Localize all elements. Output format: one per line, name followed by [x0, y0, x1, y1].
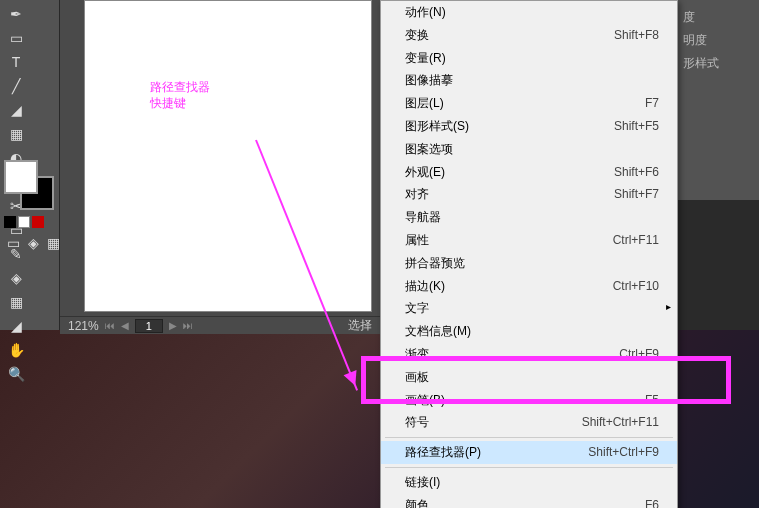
tool-grid[interactable]: ▦ — [3, 123, 29, 145]
toolbox: ✒ ▭ T ╱ ◢ ▦ ◐ ▤ ✂ ▭ ✎ ◈ ▦ ◢ ✋ 🔍 ▭ ◈ ▦ — [0, 0, 60, 330]
menu-item-shortcut: Shift+F8 — [614, 27, 659, 44]
menu-item-label: 描边(K) — [405, 278, 445, 295]
tool-shape[interactable]: ◢ — [3, 99, 29, 121]
menu-item[interactable]: 文档信息(M) — [381, 320, 677, 343]
menu-item[interactable]: 外观(E)Shift+F6 — [381, 161, 677, 184]
menu-item[interactable]: 图像描摹 — [381, 69, 677, 92]
menu-item[interactable]: 颜色F6 — [381, 494, 677, 508]
menu-item[interactable]: 文字 — [381, 297, 677, 320]
annotation-line1: 路径查找器 — [150, 80, 210, 96]
panel-item[interactable]: 明度 — [681, 29, 755, 52]
screen-mode-icon-3[interactable]: ▦ — [45, 235, 61, 251]
tool-zoom[interactable]: 🔍 — [3, 363, 29, 385]
screen-mode-icon-2[interactable]: ◈ — [25, 235, 41, 251]
tool-graph[interactable]: ▦ — [3, 291, 29, 313]
menu-item-label: 外观(E) — [405, 164, 445, 181]
annotation-line2: 快捷键 — [150, 96, 210, 112]
menu-item-label: 属性 — [405, 232, 429, 249]
menu-item[interactable]: 描边(K)Ctrl+F10 — [381, 275, 677, 298]
menu-item[interactable]: 渐变Ctrl+F9 — [381, 343, 677, 366]
menu-item-label: 图像描摹 — [405, 72, 453, 89]
menu-item[interactable]: 路径查找器(P)Shift+Ctrl+F9 — [381, 441, 677, 464]
tool-pen[interactable]: ✒ — [3, 3, 29, 25]
menu-item[interactable]: 导航器 — [381, 206, 677, 229]
menu-item-shortcut: Ctrl+F10 — [613, 278, 659, 295]
menu-item[interactable]: 符号Shift+Ctrl+F11 — [381, 411, 677, 434]
menu-item-label: 链接(I) — [405, 474, 440, 491]
tool-line[interactable]: ╱ — [3, 75, 29, 97]
menu-item-label: 画笔(B) — [405, 392, 445, 409]
menu-item[interactable]: 变量(R) — [381, 47, 677, 70]
menu-item-label: 导航器 — [405, 209, 441, 226]
menu-item[interactable]: 图案选项 — [381, 138, 677, 161]
menu-item[interactable]: 动作(N) — [381, 1, 677, 24]
window-menu: 动作(N)变换Shift+F8变量(R)图像描摹图层(L)F7图形样式(S)Sh… — [380, 0, 678, 508]
menu-item-label: 变换 — [405, 27, 429, 44]
panel-item[interactable]: 度 — [681, 6, 755, 29]
menu-item-shortcut: F7 — [645, 95, 659, 112]
tool-symbol[interactable]: ◈ — [3, 267, 29, 289]
canvas-area — [60, 0, 380, 330]
nav-next-icon[interactable]: ▶ — [169, 320, 177, 331]
page-input[interactable] — [135, 319, 163, 333]
mini-white[interactable] — [18, 216, 30, 228]
menu-item-shortcut: Ctrl+F11 — [613, 232, 659, 249]
menu-item-label: 图层(L) — [405, 95, 444, 112]
tool-rect[interactable]: ▭ — [3, 27, 29, 49]
mini-red[interactable] — [32, 216, 44, 228]
menu-item-label: 文字 — [405, 300, 429, 317]
menu-separator — [385, 437, 673, 438]
nav-last-icon[interactable]: ⏭ — [183, 320, 193, 331]
right-panel: 度 明度 形样式 — [677, 0, 759, 200]
menu-item[interactable]: 画笔(B)F5 — [381, 389, 677, 412]
menu-item-label: 路径查找器(P) — [405, 444, 481, 461]
menu-item-label: 变量(R) — [405, 50, 446, 67]
menu-item[interactable]: 拼合器预览 — [381, 252, 677, 275]
menu-item[interactable]: 画板 — [381, 366, 677, 389]
menu-item-label: 文档信息(M) — [405, 323, 471, 340]
menu-item-label: 渐变 — [405, 346, 429, 363]
menu-item[interactable]: 图形样式(S)Shift+F5 — [381, 115, 677, 138]
menu-item-label: 颜色 — [405, 497, 429, 508]
status-text: 选择 — [348, 317, 372, 334]
menu-item[interactable]: 链接(I) — [381, 471, 677, 494]
menu-item[interactable]: 属性Ctrl+F11 — [381, 229, 677, 252]
menu-item-shortcut: F6 — [645, 497, 659, 508]
tool-hand[interactable]: ✋ — [3, 339, 29, 361]
menu-item-label: 图形样式(S) — [405, 118, 469, 135]
menu-item-label: 拼合器预览 — [405, 255, 465, 272]
fg-color[interactable] — [4, 160, 38, 194]
nav-prev-icon[interactable]: ◀ — [121, 320, 129, 331]
nav-first-icon[interactable]: ⏮ — [105, 320, 115, 331]
color-swatches[interactable] — [4, 160, 54, 210]
mini-black[interactable] — [4, 216, 16, 228]
canvas[interactable] — [84, 0, 372, 312]
menu-item-shortcut: Shift+F5 — [614, 118, 659, 135]
menu-separator — [385, 467, 673, 468]
menu-item-shortcut: F5 — [645, 392, 659, 409]
tool-slice[interactable]: ◢ — [3, 315, 29, 337]
menu-item-label: 对齐 — [405, 186, 429, 203]
menu-item-label: 画板 — [405, 369, 429, 386]
screen-mode-icon[interactable]: ▭ — [5, 235, 21, 251]
menu-item-shortcut: Ctrl+F9 — [619, 346, 659, 363]
menu-item-label: 动作(N) — [405, 4, 446, 21]
mini-swatches — [4, 216, 44, 228]
menu-item[interactable]: 图层(L)F7 — [381, 92, 677, 115]
menu-item-label: 图案选项 — [405, 141, 453, 158]
menu-item[interactable]: 对齐Shift+F7 — [381, 183, 677, 206]
menu-item-shortcut: Shift+Ctrl+F9 — [588, 444, 659, 461]
tool-type[interactable]: T — [3, 51, 29, 73]
menu-item[interactable]: 变换Shift+F8 — [381, 24, 677, 47]
view-mode-icons: ▭ ◈ ▦ — [4, 234, 62, 252]
zoom-level[interactable]: 121% — [68, 319, 99, 333]
panel-item[interactable]: 形样式 — [681, 52, 755, 75]
menu-item-label: 符号 — [405, 414, 429, 431]
menu-item-shortcut: Shift+F7 — [614, 186, 659, 203]
annotation-text: 路径查找器 快捷键 — [150, 80, 210, 111]
menu-item-shortcut: Shift+Ctrl+F11 — [582, 414, 659, 431]
menu-item-shortcut: Shift+F6 — [614, 164, 659, 181]
